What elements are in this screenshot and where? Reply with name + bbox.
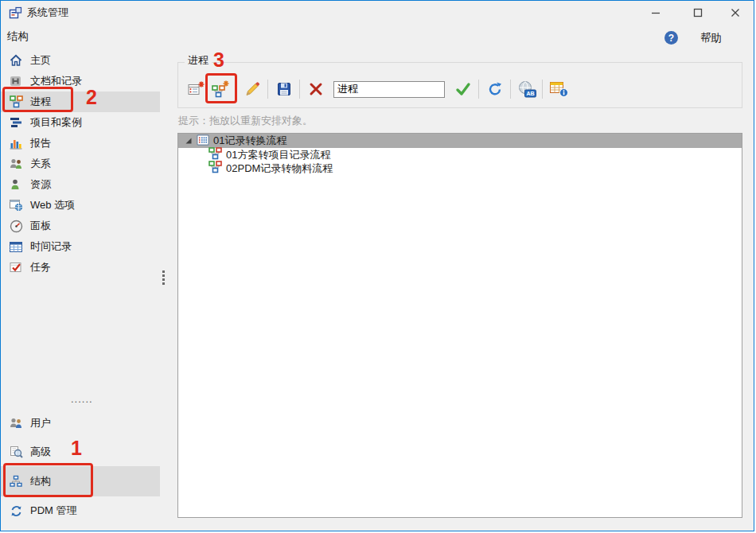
annotation-number-1: 1 <box>71 437 82 460</box>
minimize-button[interactable] <box>642 3 669 22</box>
maximize-icon <box>693 8 703 18</box>
sidebar-item-label: 关系 <box>30 157 51 171</box>
tree-node-label: 01方案转项目记录流程 <box>226 148 330 162</box>
sidebar-item-projects[interactable]: 项目和案例 <box>1 112 160 133</box>
person-icon <box>9 177 23 192</box>
sidebar-item-label: 项目和案例 <box>30 115 82 130</box>
section-title: 结构 <box>7 29 29 44</box>
flowchart-icon <box>208 161 222 176</box>
toolbar-separator <box>267 80 268 99</box>
refresh-button[interactable] <box>484 78 505 100</box>
process-toolbar: AB <box>183 76 571 102</box>
toolbar-separator <box>510 80 511 99</box>
new-record-button[interactable] <box>185 78 206 100</box>
toolbar-separator <box>478 80 479 99</box>
gauge-icon <box>9 219 23 233</box>
toolbar-separator <box>542 80 543 99</box>
sidebar-item-label: 用户 <box>30 416 51 430</box>
sidebar-item-tasks[interactable]: 任务 <box>1 257 160 278</box>
splitter-handle[interactable] <box>162 270 165 285</box>
tree-node-root[interactable]: 01记录转换流程 <box>178 134 742 148</box>
new-record-icon <box>187 80 205 98</box>
help-icon[interactable]: ? <box>664 31 678 45</box>
annotation-box-step2 <box>2 87 73 112</box>
process-tree: 01记录转换流程 01方案转项目记录流程 <box>177 133 742 518</box>
process-name-input[interactable] <box>333 81 445 98</box>
advanced-tools-icon <box>9 445 23 459</box>
nav-separator-dots: ...... <box>71 393 93 405</box>
tree-node-child[interactable]: 02PDM记录转物料流程 <box>178 161 742 175</box>
groupbox-title: 进程 <box>185 53 212 68</box>
globe-translate-icon: AB <box>517 80 536 98</box>
people-icon <box>9 157 23 171</box>
toolbar-separator <box>299 80 300 99</box>
confirm-check-icon <box>454 80 472 98</box>
gantt-icon <box>9 115 23 130</box>
table-info-icon <box>549 80 568 98</box>
titlebar: 系统管理 <box>1 1 754 25</box>
annotation-number-2: 2 <box>86 86 97 109</box>
sidebar-item-web-options[interactable]: Web 选项 <box>1 195 160 216</box>
sidebar-item-label: 报告 <box>30 136 51 150</box>
sidebar-item-label: PDM 管理 <box>30 504 77 518</box>
window-title: 系统管理 <box>27 1 68 25</box>
edit-pencil-icon <box>244 80 261 98</box>
annotation-box-step1 <box>3 463 93 497</box>
save-floppy-icon <box>276 81 292 97</box>
sidebar-item-relationships[interactable]: 关系 <box>1 154 160 174</box>
svg-text:AB: AB <box>526 91 534 96</box>
translate-button[interactable]: AB <box>516 78 537 100</box>
save-button[interactable] <box>273 78 294 100</box>
system-management-window: 系统管理 结构 ? 帮助 主页 <box>0 0 754 531</box>
sidebar-item-label: 面板 <box>30 219 51 233</box>
web-globe-icon <box>9 198 23 212</box>
sidebar-item-label: 资源 <box>30 177 51 192</box>
close-button[interactable] <box>722 3 749 22</box>
expander-icon[interactable] <box>185 137 193 145</box>
delete-x-icon <box>308 81 324 97</box>
annotation-box-step3 <box>205 73 237 103</box>
users-icon <box>9 416 23 430</box>
sidebar-item-home[interactable]: 主页 <box>1 50 160 71</box>
confirm-button[interactable] <box>452 78 473 100</box>
sidebar-item-label: 主页 <box>30 53 51 68</box>
sidebar-item-users[interactable]: 用户 <box>1 409 160 438</box>
home-icon <box>9 53 23 68</box>
tree-node-child[interactable]: 01方案转项目记录流程 <box>178 148 742 161</box>
sidebar-item-label: 高级 <box>30 445 51 459</box>
sidebar-nav: 主页 文档和记录 进程 <box>1 50 160 278</box>
sidebar-item-pdm-management[interactable]: PDM 管理 <box>1 496 160 525</box>
bar-chart-icon <box>9 136 23 150</box>
delete-button[interactable] <box>305 78 326 100</box>
minimize-icon <box>651 8 661 18</box>
sidebar-item-time-records[interactable]: 时间记录 <box>1 236 160 257</box>
table-info-button[interactable] <box>548 78 569 100</box>
edit-button[interactable] <box>241 78 263 100</box>
timesheet-icon <box>9 239 23 254</box>
sidebar-item-label: 任务 <box>30 260 51 274</box>
refresh-icon <box>487 81 503 97</box>
annotation-number-3: 3 <box>213 49 224 72</box>
sync-icon <box>9 504 23 518</box>
task-check-icon <box>9 260 23 274</box>
app-icon <box>9 6 22 20</box>
maximize-button[interactable] <box>684 3 711 22</box>
tree-node-label: 01记录转换流程 <box>213 134 286 148</box>
sidebar-item-resources[interactable]: 资源 <box>1 174 160 195</box>
sidebar-item-reports[interactable]: 报告 <box>1 133 160 154</box>
sidebar-item-label: Web 选项 <box>30 198 75 212</box>
drag-hint-text: 提示：拖放以重新安排对象。 <box>178 114 313 128</box>
sidebar-item-label: 时间记录 <box>30 239 72 254</box>
close-icon <box>731 8 740 18</box>
tree-node-label: 02PDM记录转物料流程 <box>226 161 333 176</box>
sidebar-item-dashboards[interactable]: 面板 <box>1 216 160 236</box>
record-table-icon <box>197 134 209 148</box>
help-button[interactable]: 帮助 <box>700 31 722 45</box>
